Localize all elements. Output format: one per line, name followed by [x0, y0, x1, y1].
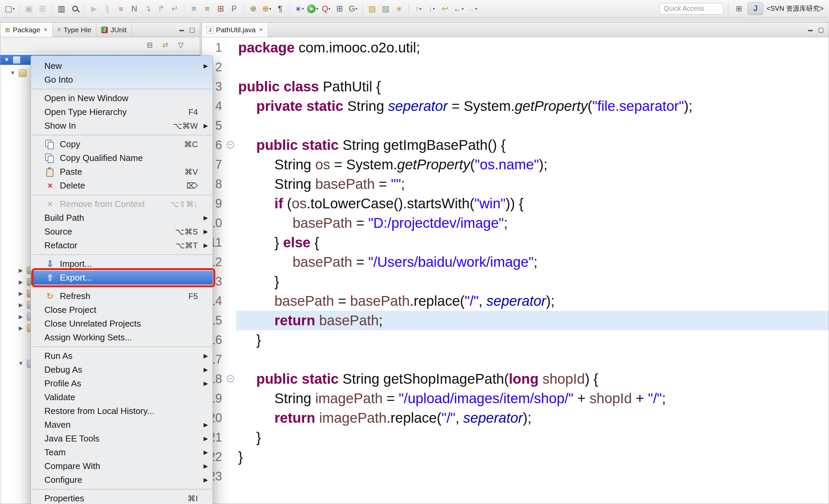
run-button[interactable]: ▶▾ [307, 2, 319, 15]
coverage-table-button[interactable]: ⊞ [214, 2, 227, 15]
menu-item-compare-with[interactable]: Compare With▶ [31, 459, 213, 473]
code-line-5[interactable]: 5 [202, 116, 829, 135]
code-line-4[interactable]: 4private static String seperator = Syste… [202, 97, 829, 116]
code-line-7[interactable]: 7String os = System.getProperty("os.name… [202, 155, 829, 174]
code-line-2[interactable]: 2 [202, 58, 829, 77]
open-perspective-button[interactable]: ⊞ [733, 4, 745, 13]
code-line-3[interactable]: 3public class PathUtil { [202, 77, 829, 97]
coverage-button[interactable]: Q▾ [320, 2, 332, 15]
code-text[interactable]: public class PathUtil { [236, 77, 829, 97]
menu-item-maven[interactable]: Maven▶ [31, 418, 213, 432]
pause-disabled-button[interactable]: ∥ [101, 2, 114, 15]
junit-view-button[interactable]: ⊞ [333, 2, 346, 15]
menu-item-open-in-new-window[interactable]: Open in New Window [31, 92, 213, 105]
code-line-19[interactable]: 19String imagePath = "/upload/images/ite… [202, 389, 829, 408]
tab-type-hierarchy[interactable]: ≡ Type Hie [53, 23, 97, 37]
show-console-view-button[interactable]: ≡ [187, 2, 200, 15]
menu-item-copy[interactable]: Copy⌘C [31, 137, 213, 151]
step-into-button[interactable]: ↴ [141, 2, 154, 15]
next-annotation-button[interactable]: ↓▾ [425, 2, 438, 15]
save-button[interactable]: ▣ [23, 2, 35, 15]
line-number[interactable]: 1 [202, 38, 226, 58]
code-text[interactable]: String imagePath = "/upload/images/item/… [236, 389, 829, 408]
minimize-icon[interactable]: ▬ [808, 27, 813, 32]
maximize-icon[interactable]: ▢ [189, 26, 195, 34]
code-line-20[interactable]: 20return imagePath.replace("/", seperato… [202, 408, 829, 428]
chevron-right-icon[interactable]: ▶ [18, 325, 24, 331]
code-text[interactable]: public static String getShopImagePath(lo… [236, 369, 829, 389]
chevron-down-icon[interactable]: ▼ [4, 57, 10, 63]
close-icon[interactable]: × [44, 26, 48, 34]
menu-item-configure[interactable]: Configure▶ [31, 473, 213, 487]
code-text[interactable]: String basePath = ""; [236, 174, 829, 194]
menu-item-paste[interactable]: Paste⌘V [31, 165, 213, 179]
menu-item-delete[interactable]: ×Delete⌦ [31, 179, 213, 192]
code-line-1[interactable]: 1package com.imooc.o2o.util; [202, 38, 829, 58]
tab-junit[interactable]: J JUnit [97, 23, 132, 37]
quick-fix-button[interactable]: ∗ [393, 2, 405, 15]
code-line-18[interactable]: 18−public static String getShopImagePath… [202, 369, 829, 389]
code-line-14[interactable]: 14basePath = basePath.replace("/", seper… [202, 291, 829, 311]
step-over-button[interactable]: ↱ [155, 2, 168, 15]
tab-pathutil-java[interactable]: J PathUtil.java × [202, 23, 268, 37]
menu-item-close-project[interactable]: Close Project [31, 303, 213, 317]
view-menu-button[interactable]: ▽ [175, 39, 186, 51]
maximize-icon[interactable]: ▢ [818, 26, 824, 34]
minimize-icon[interactable]: ▬ [179, 27, 184, 32]
chevron-right-icon[interactable]: ▶ [18, 302, 24, 308]
tab-package-explorer[interactable]: ⊞ Package × [0, 23, 53, 37]
external-tools-button[interactable]: ∗▾ [293, 2, 306, 15]
code-text[interactable]: if (os.toLowerCase().startsWith("win")) … [236, 194, 829, 213]
chevron-right-icon[interactable]: ▶ [18, 279, 24, 285]
code-text[interactable]: basePath = basePath.replace("/", seperat… [236, 291, 829, 311]
menu-item-restore-from-local-history[interactable]: Restore from Local History... [31, 404, 213, 418]
code-text[interactable]: return basePath; [236, 311, 829, 330]
back-button[interactable]: ←▾ [452, 2, 465, 15]
menu-item-debug-as[interactable]: Debug As▶ [31, 363, 213, 377]
code-line-16[interactable]: 16} [202, 330, 829, 350]
chevron-down-icon[interactable]: ▼ [18, 361, 24, 367]
code-text[interactable]: basePath = "/Users/baidu/work/image"; [236, 252, 829, 272]
chevron-right-icon[interactable]: ▶ [18, 314, 24, 320]
menu-item-remove-from-context[interactable]: ×Remove from Context⌥⇧⌘↓ [31, 197, 213, 211]
code-text[interactable]: } [236, 428, 829, 447]
close-icon[interactable]: × [259, 26, 263, 34]
menu-item-source[interactable]: Source⌥⌘S▶ [31, 225, 213, 239]
stop-disabled-button[interactable]: ■ [114, 2, 127, 15]
code-text[interactable]: private static String seperator = System… [236, 97, 829, 116]
code-line-22[interactable]: 22} [202, 447, 829, 467]
code-line-15[interactable]: 15return basePath; [202, 311, 829, 330]
code-text[interactable]: } [236, 272, 829, 291]
code-line-8[interactable]: 8String basePath = ""; [202, 174, 829, 194]
open-resource-button[interactable]: ▨ [379, 2, 392, 15]
quick-access-input[interactable] [659, 3, 723, 14]
menu-item-close-unrelated-projects[interactable]: Close Unrelated Projects [31, 317, 213, 331]
open-console-button[interactable]: ▥ [55, 2, 68, 15]
code-text[interactable]: String os = System.getProperty("os.name"… [236, 155, 829, 174]
code-line-17[interactable]: 17 [202, 350, 829, 369]
menu-item-properties[interactable]: Properties⌘I [31, 492, 213, 504]
menu-item-import[interactable]: ⇩Import... [31, 257, 213, 271]
menu-item-new[interactable]: New▶ [31, 59, 213, 73]
code-text[interactable]: public static String getImgBasePath() { [236, 135, 829, 155]
step-return-button[interactable]: ↵ [168, 2, 181, 15]
run-last-disabled-button[interactable]: ▶ [88, 2, 101, 15]
code-text[interactable]: basePath = "D:/projectdev/image"; [236, 213, 829, 233]
menu-item-team[interactable]: Team▶ [31, 445, 213, 459]
search-button[interactable] [69, 2, 81, 15]
menu-item-build-path[interactable]: Build Path▶ [31, 211, 213, 225]
show-whitespace-button[interactable]: ¶ [274, 2, 287, 15]
code-line-10[interactable]: 10basePath = "D:/projectdev/image"; [202, 213, 829, 233]
code-line-6[interactable]: 6−public static String getImgBasePath() … [202, 135, 829, 155]
code-text[interactable] [236, 467, 829, 486]
collapse-all-button[interactable]: ⊟ [144, 39, 155, 51]
code-text[interactable]: } [236, 447, 829, 467]
forward-button[interactable]: →▾ [466, 2, 478, 15]
code-text[interactable] [236, 58, 829, 77]
new-junit-test-button[interactable]: N [128, 2, 141, 15]
code-line-23[interactable]: 23 [202, 467, 829, 486]
link-with-editor-button[interactable]: ⇄ [159, 39, 171, 51]
last-edit-location-button[interactable]: ↩ [439, 2, 452, 15]
menu-item-export[interactable]: ⇧Export... [31, 271, 213, 285]
code-text[interactable]: } else { [236, 233, 829, 252]
